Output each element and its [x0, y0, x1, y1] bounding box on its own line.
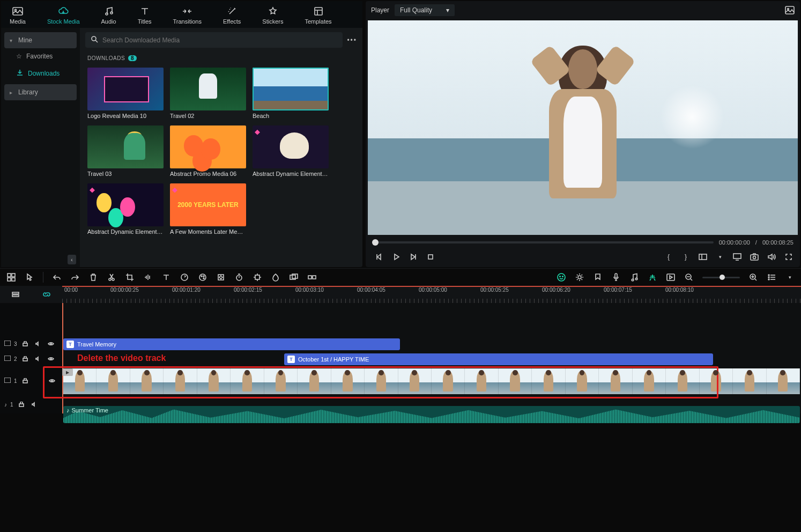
- display-button[interactable]: [732, 252, 742, 262]
- text-button[interactable]: [161, 272, 171, 282]
- aspect-ratio-button[interactable]: [698, 252, 708, 262]
- player-preview[interactable]: [368, 20, 798, 235]
- audio-edit-button[interactable]: [143, 272, 153, 282]
- tab-audio[interactable]: Audio: [98, 5, 120, 28]
- media-card[interactable]: Travel 03: [87, 125, 164, 177]
- track-head-2[interactable]: 2: [0, 351, 62, 366]
- media-card-title: Beach: [253, 110, 329, 119]
- audio-clip[interactable]: ♪Summer Time: [63, 406, 800, 423]
- voiceover-button[interactable]: [611, 272, 621, 282]
- track-lock-button[interactable]: [17, 400, 26, 409]
- media-card[interactable]: ◆Abstract Dynamic Element 04: [253, 125, 329, 177]
- magnet-button[interactable]: [648, 272, 657, 282]
- position-button[interactable]: [253, 272, 262, 282]
- play-button[interactable]: [391, 252, 401, 262]
- sidebar-item-favorites[interactable]: ☆Favorites: [4, 48, 77, 64]
- tab-stickers[interactable]: Stickers: [259, 5, 286, 28]
- title-clip-2[interactable]: TOctober 1st / HAPPY TIME: [284, 353, 713, 365]
- view-options-button[interactable]: [767, 272, 776, 282]
- track-lock-button[interactable]: [20, 376, 30, 386]
- track-lock-button[interactable]: [20, 354, 30, 364]
- track-visible-button[interactable]: [47, 376, 57, 386]
- timeline-tracks[interactable]: TTravel Memory Delete the video track TO…: [62, 303, 801, 413]
- tab-effects[interactable]: Effects: [220, 5, 244, 28]
- sidebar-item-mine[interactable]: ▾Mine: [4, 32, 77, 48]
- svg-rect-11: [751, 255, 758, 260]
- media-card[interactable]: Travel 02: [170, 68, 246, 119]
- snapshot-gallery-icon[interactable]: [785, 5, 795, 15]
- title-clip-1[interactable]: TTravel Memory: [63, 338, 400, 350]
- stop-button[interactable]: [426, 252, 435, 262]
- video-clip[interactable]: [63, 368, 800, 394]
- video-track-icon: [4, 356, 11, 362]
- media-card[interactable]: ◆A Few Moments Later Medi...: [170, 183, 246, 235]
- redo-button[interactable]: [70, 272, 80, 282]
- collapse-sidebar-button[interactable]: ‹: [68, 255, 76, 264]
- search-input-wrap[interactable]: [85, 32, 343, 48]
- track-mute-button[interactable]: [29, 400, 39, 409]
- tab-media[interactable]: Media: [6, 5, 29, 28]
- track-head-1[interactable]: 1: [0, 366, 62, 395]
- keyframe-button[interactable]: [216, 272, 226, 282]
- split-button[interactable]: [107, 272, 116, 282]
- zoom-out-button[interactable]: [684, 272, 694, 282]
- search-input[interactable]: [102, 36, 337, 44]
- volume-button[interactable]: [767, 252, 776, 262]
- media-card[interactable]: ◆Abstract Dynamic Element 02: [87, 183, 164, 235]
- link-button[interactable]: [42, 290, 51, 299]
- delete-button[interactable]: [88, 272, 98, 282]
- track-visible-button[interactable]: [46, 354, 56, 364]
- track-lock-button[interactable]: [20, 339, 30, 349]
- fullscreen-button[interactable]: [784, 252, 793, 262]
- player-seek-slider[interactable]: [372, 241, 714, 243]
- ruler-label: 00:00:02:15: [234, 287, 262, 293]
- svg-rect-10: [733, 254, 741, 258]
- tab-titles[interactable]: Titles: [135, 5, 155, 28]
- audio-mix-button[interactable]: [629, 272, 639, 282]
- track-mute-button[interactable]: [33, 354, 43, 364]
- track-head-audio-1[interactable]: ♪1: [0, 395, 62, 413]
- tab-templates[interactable]: Templates: [301, 5, 335, 28]
- more-menu-button[interactable]: •••: [347, 36, 357, 44]
- cursor-tool-button[interactable]: [25, 272, 34, 282]
- zoom-in-button[interactable]: [748, 272, 758, 282]
- undo-button[interactable]: [52, 272, 62, 282]
- mark-out-button[interactable]: }: [681, 252, 691, 262]
- render-button[interactable]: [666, 272, 676, 282]
- color-button[interactable]: [198, 272, 207, 282]
- ai-face-button[interactable]: [557, 272, 566, 282]
- marker-button[interactable]: [593, 272, 603, 282]
- mark-in-button[interactable]: {: [664, 252, 673, 262]
- timeline-ruler[interactable]: 00:00 00:00:00:25 00:00:01:20 00:00:02:1…: [62, 286, 801, 303]
- media-card[interactable]: Logo Reveal Media 10: [87, 68, 164, 119]
- media-card[interactable]: Abstract Promo Media 06: [170, 125, 246, 177]
- playhead[interactable]: [62, 303, 63, 413]
- media-card[interactable]: Beach: [253, 68, 329, 119]
- templates-icon: [313, 6, 324, 16]
- duration-button[interactable]: [234, 272, 244, 282]
- tab-stock-media[interactable]: Stock Media: [44, 5, 83, 28]
- mask-button[interactable]: [271, 272, 280, 282]
- compound-button[interactable]: [307, 272, 317, 282]
- track-visible-button[interactable]: [46, 339, 56, 349]
- track-mute-button[interactable]: [33, 339, 43, 349]
- play-forward-button[interactable]: [409, 252, 418, 262]
- enhance-button[interactable]: [575, 272, 584, 282]
- zoom-slider[interactable]: [702, 277, 740, 278]
- speed-button[interactable]: [180, 272, 189, 282]
- tab-transitions[interactable]: Transitions: [170, 5, 205, 28]
- group-button[interactable]: [289, 272, 299, 282]
- layout-button[interactable]: [6, 272, 16, 282]
- aspect-dropdown[interactable]: ▾: [715, 252, 725, 262]
- snapshot-button[interactable]: [750, 252, 759, 262]
- sidebar-item-downloads[interactable]: Downloads: [4, 64, 77, 82]
- timeline-mode-button[interactable]: [11, 290, 20, 299]
- view-dropdown[interactable]: ▾: [785, 272, 795, 282]
- svg-point-33: [562, 276, 563, 277]
- sidebar-downloads-label: Downloads: [28, 70, 60, 77]
- crop-button[interactable]: [125, 272, 135, 282]
- track-head-3[interactable]: 3: [0, 336, 62, 351]
- sidebar-item-library[interactable]: ▸Library: [4, 84, 77, 100]
- quality-dropdown[interactable]: Full Quality▾: [395, 4, 455, 16]
- prev-frame-button[interactable]: [374, 252, 384, 262]
